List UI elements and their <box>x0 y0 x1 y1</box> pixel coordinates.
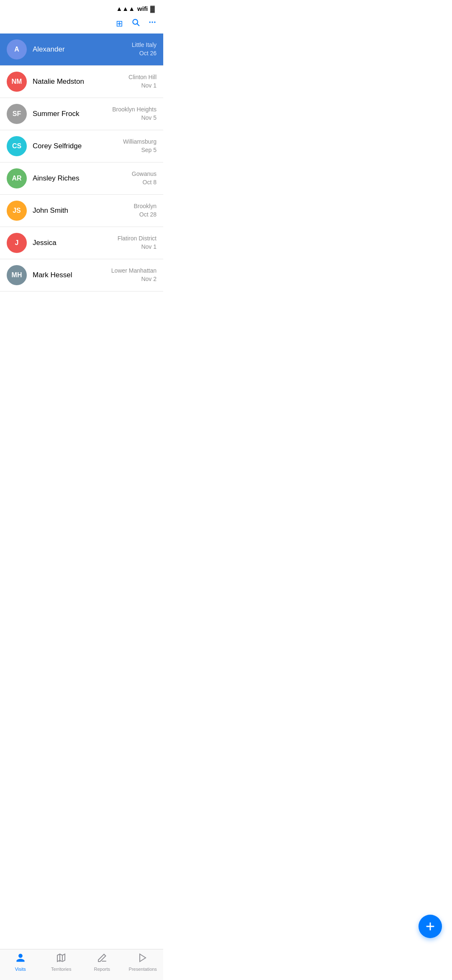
svg-point-4 <box>154 21 155 23</box>
visit-item[interactable]: MH Mark Hessel Lower ManhattanNov 2 <box>0 259 163 291</box>
visit-location: Brooklyn HeightsNov 5 <box>112 106 157 122</box>
visit-location: GowanusOct 8 <box>132 170 157 186</box>
visit-name: Summer Frock <box>33 110 79 118</box>
svg-line-1 <box>137 24 139 26</box>
visit-name: Ainsley Riches <box>33 174 80 183</box>
visit-name: Alexander <box>33 45 65 54</box>
visit-name: John Smith <box>33 206 68 215</box>
search-icon[interactable] <box>131 18 140 28</box>
app-header: ⊞ <box>0 15 163 34</box>
svg-point-2 <box>149 21 151 23</box>
avatar: JS <box>7 201 27 221</box>
visit-location: BrooklynOct 28 <box>134 202 157 219</box>
visit-info: John Smith BrooklynOct 28 <box>33 202 157 219</box>
avatar: MH <box>7 265 27 285</box>
avatar: AR <box>7 168 27 188</box>
battery-icon: ▓ <box>150 5 155 12</box>
visit-info: Summer Frock Brooklyn HeightsNov 5 <box>33 106 157 122</box>
visit-list: A Alexander Little ItalyOct 26 NM Natali… <box>0 34 163 291</box>
visit-location: Flatiron DistrictNov 1 <box>118 235 157 251</box>
avatar: SF <box>7 104 27 124</box>
header-actions: ⊞ <box>116 18 157 28</box>
visit-item[interactable]: SF Summer Frock Brooklyn HeightsNov 5 <box>0 98 163 130</box>
status-bar: ▲▲▲ wifi ▓ <box>0 0 163 15</box>
visit-location: Clinton HillNov 1 <box>128 73 157 90</box>
avatar: J <box>7 233 27 253</box>
visit-name: Jessica <box>33 239 56 247</box>
visit-name: Natalie Medston <box>33 77 84 86</box>
avatar: A <box>7 39 27 59</box>
visit-info: Corey Selfridge WilliamsburgSep 5 <box>33 138 157 154</box>
avatar: NM <box>7 72 27 92</box>
map-view-icon[interactable]: ⊞ <box>116 18 123 28</box>
avatar: CS <box>7 136 27 156</box>
signal-icon: ▲▲▲ <box>116 5 135 12</box>
visit-info: Ainsley Riches GowanusOct 8 <box>33 170 157 186</box>
visit-item[interactable]: A Alexander Little ItalyOct 26 <box>0 34 163 66</box>
visit-location: Little ItalyOct 26 <box>132 41 157 57</box>
more-options-icon[interactable] <box>148 18 157 28</box>
visit-info: Mark Hessel Lower ManhattanNov 2 <box>33 267 157 283</box>
visit-item[interactable]: J Jessica Flatiron DistrictNov 1 <box>0 227 163 259</box>
visit-name: Mark Hessel <box>33 271 72 279</box>
visit-info: Natalie Medston Clinton HillNov 1 <box>33 73 157 90</box>
wifi-icon: wifi <box>137 5 148 12</box>
visit-info: Alexander Little ItalyOct 26 <box>33 41 157 57</box>
visit-location: WilliamsburgSep 5 <box>123 138 157 154</box>
visit-item[interactable]: CS Corey Selfridge WilliamsburgSep 5 <box>0 130 163 162</box>
visit-location: Lower ManhattanNov 2 <box>111 267 157 283</box>
svg-point-3 <box>152 21 153 23</box>
visit-item[interactable]: NM Natalie Medston Clinton HillNov 1 <box>0 66 163 98</box>
visit-item[interactable]: AR Ainsley Riches GowanusOct 8 <box>0 162 163 195</box>
visit-info: Jessica Flatiron DistrictNov 1 <box>33 235 157 251</box>
visit-name: Corey Selfridge <box>33 142 82 150</box>
status-icons: ▲▲▲ wifi ▓ <box>116 5 155 12</box>
visit-item[interactable]: JS John Smith BrooklynOct 28 <box>0 195 163 227</box>
